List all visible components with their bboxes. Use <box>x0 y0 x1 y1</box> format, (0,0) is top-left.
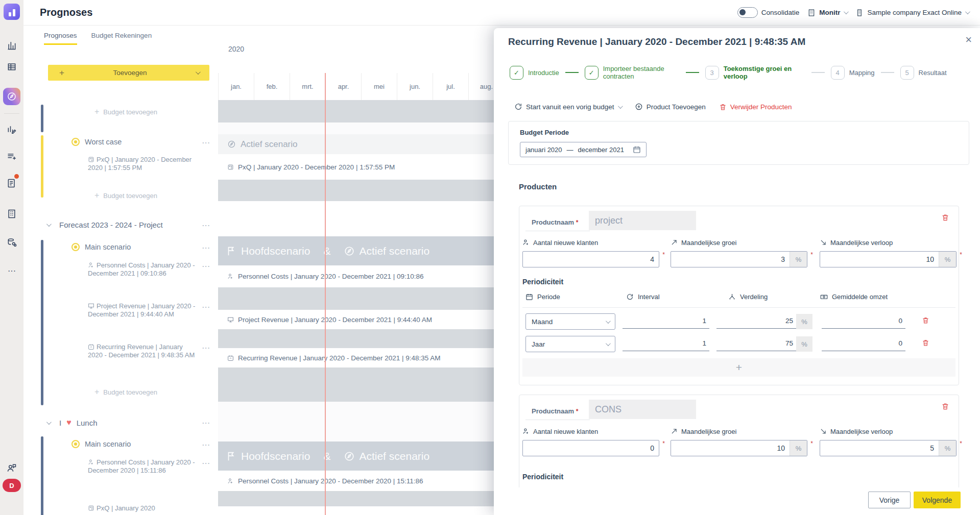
budget-item-personnel-2021[interactable]: Personnel Costs | January 2020 - Decembe… <box>88 261 199 278</box>
forecast-compass-icon[interactable] <box>3 88 20 105</box>
new-customers-input[interactable] <box>523 440 659 456</box>
close-icon[interactable]: × <box>965 33 972 46</box>
org-selector[interactable]: Monitr <box>807 9 847 17</box>
delete-product-button[interactable] <box>941 213 949 222</box>
divider <box>525 231 590 231</box>
company-selector[interactable]: Sample company Exact Online <box>855 9 969 17</box>
row-menu-button[interactable]: ··· <box>202 139 210 146</box>
row-menu-button[interactable]: ··· <box>202 344 210 352</box>
chevron-down-icon <box>46 222 52 227</box>
monthly-growth-label: Maandelijkse groei <box>671 427 807 436</box>
product-name-input[interactable] <box>589 400 696 419</box>
monthly-growth-input[interactable] <box>671 440 790 456</box>
add-budget-button[interactable]: +Budget toevoegen <box>94 107 157 116</box>
delete-products-button[interactable]: Verwijder Producten <box>719 103 792 111</box>
periodicity-heading: Periodiciteit <box>522 278 563 286</box>
tab-budget-rekeningen[interactable]: Budget Rekeningen <box>91 32 152 45</box>
row-menu-button[interactable]: ··· <box>202 303 210 311</box>
consolidation-toggle[interactable] <box>737 7 758 18</box>
add-forecast-button[interactable]: + Toevoegen <box>48 65 209 81</box>
periodicity-heading: Periodiciteit <box>522 473 563 481</box>
top-header: Prognoses Consolidatie Monitr Sample com… <box>23 0 980 26</box>
more-icon[interactable]: ··· <box>0 263 23 279</box>
step-4-number[interactable]: 4 <box>831 66 845 80</box>
add-periodicity-row-button[interactable]: + <box>522 358 955 377</box>
row-menu-button[interactable]: ··· <box>202 222 210 229</box>
distribution-input[interactable] <box>716 336 796 351</box>
report-warning-icon[interactable] <box>0 176 23 191</box>
monthly-churn-input[interactable] <box>820 440 939 456</box>
next-button[interactable]: Volgende <box>914 492 961 508</box>
product-name-input[interactable] <box>589 211 696 230</box>
percent-suffix: % <box>939 252 956 267</box>
feedback-person-icon[interactable] <box>0 460 23 476</box>
chevron-down-icon <box>844 9 849 14</box>
average-revenue-input[interactable] <box>822 313 905 329</box>
presentation-icon <box>227 316 234 323</box>
radio-icon[interactable] <box>71 243 80 251</box>
budget-item-pxq-partial[interactable]: PxQ | January 2020 <box>88 504 199 512</box>
delete-row-button[interactable] <box>922 339 929 347</box>
database-link-icon[interactable] <box>0 235 23 250</box>
delete-product-button[interactable] <box>941 402 949 410</box>
product-name-label: Productnaam * <box>532 218 578 226</box>
add-budget-button[interactable]: +Budget toevoegen <box>94 387 157 397</box>
budget-item-personnel-2020[interactable]: Personnel Costs | January 2020 - Decembe… <box>88 458 199 475</box>
budget-item-project-2021[interactable]: Project Revenue | January 2020 - Decembe… <box>88 302 199 318</box>
person-plus-icon <box>522 428 530 435</box>
previous-button[interactable]: Vorige <box>868 492 911 508</box>
monthly-churn-input[interactable] <box>820 252 939 267</box>
delete-row-button[interactable] <box>922 316 929 324</box>
period-select[interactable]: Maand <box>525 313 615 330</box>
monthly-growth-input[interactable] <box>671 252 790 267</box>
step-3-number[interactable]: 3 <box>705 66 719 80</box>
add-budget-button[interactable]: +Budget toevoegen <box>94 191 157 200</box>
step-connector <box>811 72 825 73</box>
required-asterisk: * <box>662 251 665 258</box>
step-2-check-icon[interactable]: ✓ <box>585 66 599 80</box>
chart-edit-icon[interactable] <box>0 121 23 137</box>
period-select[interactable]: Jaar <box>525 336 615 352</box>
interval-input[interactable] <box>623 313 709 329</box>
calendar-icon <box>525 293 533 301</box>
step-5-number[interactable]: 5 <box>900 66 914 80</box>
row-menu-button[interactable]: ··· <box>202 262 210 270</box>
percent-suffix: % <box>790 440 807 456</box>
tree-node-forecast-2023[interactable]: Forecast 2023 - 2024 - Project <box>46 220 163 229</box>
average-revenue-input[interactable] <box>822 336 905 351</box>
budget-item-pxq-2020[interactable]: PxQ | January 2020 - December 2020 | 1:5… <box>88 156 199 172</box>
row-menu-button[interactable]: ··· <box>202 244 210 252</box>
step-1-check-icon[interactable]: ✓ <box>510 66 523 80</box>
bar-chart-icon[interactable] <box>0 38 23 53</box>
budget-item-recurring-2021[interactable]: Recurring Revenue | January 2020 - Decem… <box>88 343 199 359</box>
dice-icon <box>88 156 94 163</box>
scenario-main[interactable]: Main scenario <box>71 243 131 251</box>
required-asterisk: * <box>810 251 813 258</box>
row-menu-button[interactable]: ··· <box>202 441 210 449</box>
add-product-button[interactable]: Product Toevoegen <box>635 103 706 111</box>
interval-input[interactable] <box>623 336 709 351</box>
list-plus-icon[interactable] <box>0 149 23 164</box>
distribution-input[interactable] <box>716 313 796 329</box>
budget-period-input[interactable]: januari 2020 — december 2021 <box>520 142 647 157</box>
rail-divider <box>4 113 19 114</box>
start-from-previous-budget-button[interactable]: Start vanuit een vorig budget <box>514 103 622 111</box>
refresh-icon <box>626 293 634 301</box>
flag-icon <box>226 246 237 257</box>
app-logo-icon[interactable] <box>4 4 20 20</box>
monthly-churn-label: Maandelijkse verloop <box>820 238 957 247</box>
tree-node-lunch[interactable]: I ♥ Lunch <box>46 418 98 427</box>
scenario-main-2[interactable]: Main scenario <box>71 440 131 448</box>
scenario-worst-case[interactable]: Worst case <box>71 138 122 146</box>
building-icon[interactable] <box>0 206 23 222</box>
table-icon[interactable] <box>0 59 23 75</box>
row-menu-button[interactable]: ··· <box>202 459 210 467</box>
tab-prognoses[interactable]: Prognoses <box>44 32 77 45</box>
radio-icon[interactable] <box>71 440 80 448</box>
radio-icon[interactable] <box>71 138 80 146</box>
budget-period-label: Budget Periode <box>520 129 569 136</box>
row-menu-button[interactable]: ··· <box>202 419 210 427</box>
new-customers-input[interactable] <box>523 252 659 267</box>
user-avatar[interactable]: D <box>3 479 21 492</box>
arrow-down-right-icon <box>820 428 827 435</box>
